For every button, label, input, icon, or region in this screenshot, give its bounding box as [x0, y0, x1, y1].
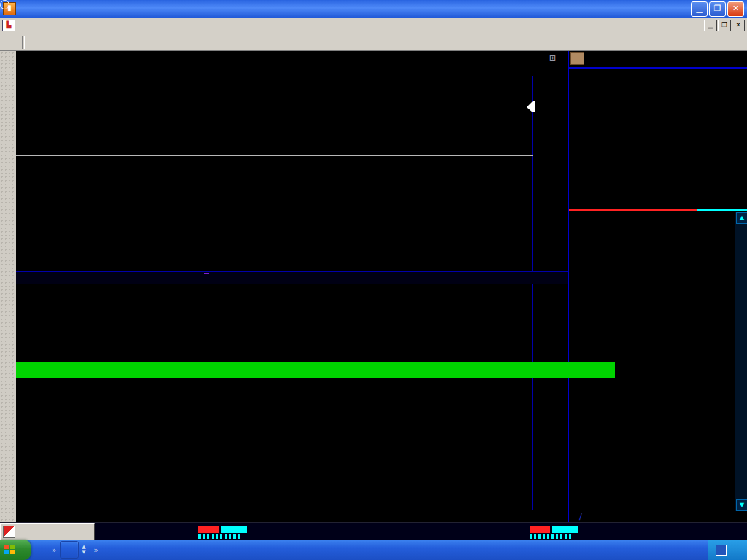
kdj-header: [18, 386, 28, 396]
commentary-banner: [16, 362, 615, 378]
tick-scrollbar[interactable]: ▲ ▼: [735, 212, 747, 511]
macd-chart[interactable]: [16, 298, 533, 362]
status-up-bar: [198, 526, 219, 533]
minimize-button[interactable]: ▁: [691, 1, 708, 17]
start-button[interactable]: [0, 540, 31, 560]
panel-tab-strip: ∕: [578, 510, 584, 521]
crosshair-horizontal: [16, 155, 533, 156]
title-bar: ▮ ▁ ❐ ✕: [0, 0, 747, 18]
left-tool-strip: [0, 51, 17, 522]
quick-launch-chevron[interactable]: »: [52, 546, 56, 554]
toolbar-separator: [22, 36, 25, 49]
windows-flag-icon: [4, 545, 16, 555]
tick-row[interactable]: [569, 212, 735, 223]
mdi-minimize-button[interactable]: ▁: [704, 20, 717, 31]
cycle-marker: [0, 0, 9, 9]
quote-panel: ▲ ▼ ∕: [568, 51, 747, 522]
panel-tab[interactable]: ∕: [578, 510, 584, 521]
ime-toolbar[interactable]: [0, 523, 95, 540]
ohlc-header-line: [18, 64, 28, 74]
tray-icon[interactable]: [729, 545, 738, 554]
ime-tray-icon[interactable]: [716, 545, 727, 556]
crosshair-vertical: [187, 76, 187, 519]
status-volume-comb-2: [530, 534, 571, 539]
tick-list[interactable]: [569, 212, 735, 223]
pane-icon[interactable]: ⊞: [549, 53, 556, 63]
mdi-restore-button[interactable]: ❐: [718, 20, 731, 31]
cursor-time-highlight: [204, 273, 209, 274]
last-price-tag: [533, 101, 535, 112]
desktop-toolbar-chevron[interactable]: »: [94, 546, 98, 554]
taskbar: » ▲▼ »: [0, 540, 747, 560]
mdi-close-button[interactable]: ✕: [732, 20, 745, 31]
quote-title: [569, 52, 747, 69]
quote-row: [569, 67, 747, 79]
ime-icon[interactable]: [3, 526, 15, 538]
indicator-header-line: [18, 52, 28, 63]
toolbar-icon[interactable]: [2, 34, 18, 50]
scroll-up-button[interactable]: ▲: [736, 212, 747, 224]
status-bar: [0, 522, 747, 540]
chart-icon: ▙: [2, 20, 15, 31]
status-up-bar-2: [530, 526, 550, 533]
outer-volume-bar: [569, 209, 697, 211]
menu-item[interactable]: [20, 24, 30, 27]
close-button[interactable]: ✕: [727, 1, 744, 17]
menu-bar: ▙ ▁ ❐ ✕: [0, 18, 747, 34]
quote-grid: [569, 67, 747, 79]
macd-header: [18, 285, 28, 295]
taskbar-button[interactable]: [60, 541, 79, 559]
toolbar: [0, 34, 747, 51]
application-window: ▮ ▁ ❐ ✕ ▙ ▁ ❐ ✕: [0, 0, 747, 560]
status-volume-comb: [198, 534, 240, 539]
system-tray: [708, 540, 747, 560]
main-price-chart[interactable]: [16, 76, 533, 271]
time-axis: [16, 271, 568, 284]
kdj-chart[interactable]: [16, 378, 568, 521]
status-down-bar: [221, 526, 247, 533]
quick-launch-icon[interactable]: [36, 545, 47, 556]
draw-tool-icon[interactable]: [28, 34, 44, 50]
scroll-down-button[interactable]: ▼: [736, 499, 747, 511]
taskbar-scroll-arrows[interactable]: ▲▼: [82, 545, 85, 555]
buy-sell-ratio-bar: [569, 209, 747, 211]
status-down-bar-2: [552, 526, 578, 533]
inner-volume-bar: [697, 209, 747, 211]
restore-button[interactable]: ❐: [709, 1, 726, 17]
